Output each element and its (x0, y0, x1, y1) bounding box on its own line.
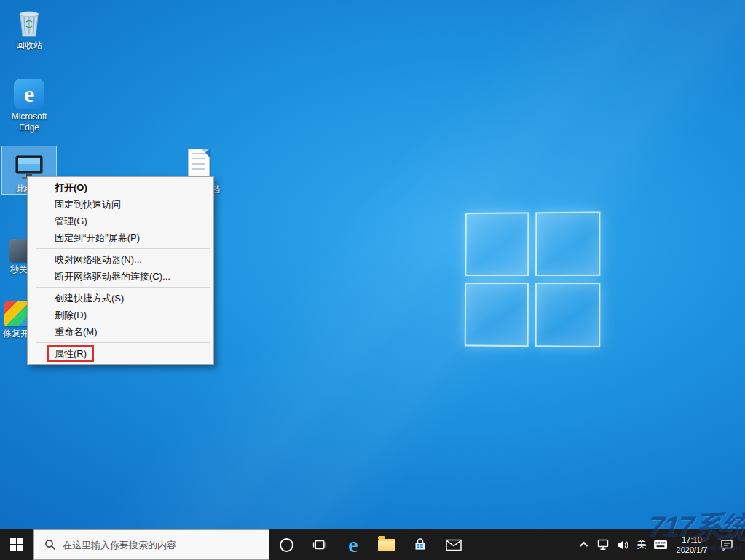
windows-logo-pane (465, 283, 529, 347)
clock-time: 17:10 (682, 535, 702, 545)
action-center-button[interactable] (714, 529, 739, 560)
microsoft-store-button[interactable] (403, 529, 437, 560)
speaker-icon (616, 540, 629, 551)
clock-date: 2020/1/7 (677, 545, 708, 555)
context-menu-item-label: 删除(D) (55, 309, 87, 320)
volume-tray-button[interactable] (614, 529, 631, 560)
context-menu-item-create-shortcut[interactable]: 创建快捷方式(S) (29, 290, 212, 307)
context-menu-item-open[interactable]: 打开(O) (29, 179, 212, 196)
context-menu-item-label: 固定到快速访问 (55, 199, 121, 210)
file-explorer-button[interactable] (370, 529, 403, 560)
windows-logo-pane (535, 283, 601, 347)
start-button[interactable] (0, 529, 33, 560)
context-menu-item-label: 创建快捷方式(S) (55, 293, 124, 304)
task-view-button[interactable] (303, 529, 336, 560)
context-menu-separator (36, 248, 210, 249)
icon-label: 回收站 (1, 40, 57, 51)
network-icon (597, 539, 610, 551)
desktop-icon-recycle-bin[interactable]: 回收站 (1, 6, 57, 51)
chevron-up-icon (580, 542, 588, 550)
recycle-bin-icon (1, 6, 57, 38)
touch-keyboard-button[interactable] (652, 529, 669, 560)
edge-icon: e (348, 534, 358, 556)
context-menu: 打开(O)固定到快速访问管理(G)固定到“开始”屏幕(P)映射网络驱动器(N).… (27, 176, 214, 365)
clock[interactable]: 17:10 2020/1/7 (671, 529, 713, 560)
context-menu-item-label: 重命名(M) (55, 326, 98, 337)
action-center-icon (720, 539, 733, 551)
context-menu-item-map-network-drive[interactable]: 映射网络驱动器(N)... (29, 251, 212, 268)
cortana-button[interactable] (269, 529, 303, 560)
context-menu-item-label: 映射网络驱动器(N)... (55, 254, 142, 265)
edge-taskbar-button[interactable]: e (336, 529, 370, 560)
context-menu-item-pin-to-start[interactable]: 固定到“开始”屏幕(P) (29, 229, 212, 246)
desktop-icon-microsoft-edge[interactable]: e Microsoft Edge (1, 77, 57, 133)
context-menu-separator (36, 287, 210, 288)
cortana-icon (280, 538, 293, 552)
windows-logo-pane (465, 212, 529, 276)
context-menu-item-label: 固定到“开始”屏幕(P) (55, 232, 140, 243)
taskbar: e (0, 529, 745, 560)
context-menu-items: 打开(O)固定到快速访问管理(G)固定到“开始”屏幕(P)映射网络驱动器(N).… (29, 179, 212, 362)
keyboard-icon (653, 540, 668, 550)
file-explorer-icon (378, 539, 395, 551)
windows-start-icon (10, 538, 23, 551)
context-menu-item-label: 属性(R) (47, 345, 94, 362)
ime-language-button[interactable]: 美 (633, 529, 650, 560)
desktop-icon-document[interactable] (175, 144, 223, 176)
tray-expand-button[interactable] (576, 529, 594, 560)
context-menu-item-manage[interactable]: 管理(G) (29, 213, 212, 229)
context-menu-item-pin-quick-access[interactable]: 固定到快速访问 (29, 196, 212, 213)
taskbar-search-box[interactable] (33, 529, 269, 560)
context-menu-item-label: 管理(G) (55, 216, 87, 226)
context-menu-item-label: 断开网络驱动器的连接(C)... (55, 271, 170, 282)
windows-logo-pane (535, 212, 600, 276)
context-menu-item-delete[interactable]: 删除(D) (29, 307, 212, 323)
context-menu-item-rename[interactable]: 重命名(M) (29, 323, 212, 340)
system-tray: 美 17:10 2020/1/7 (576, 529, 745, 560)
search-icon (44, 539, 56, 551)
document-icon (175, 144, 223, 176)
windows-desktop: { "wallpaper": { "accent": "#1d92df" }, … (0, 0, 745, 560)
edge-icon: e (1, 77, 57, 109)
ime-language-label: 美 (637, 538, 647, 551)
task-view-icon (312, 537, 327, 552)
context-menu-item-label: 打开(O) (55, 182, 87, 193)
context-menu-separator (36, 342, 210, 343)
wallpaper-windows-logo (465, 212, 601, 348)
context-menu-item-properties[interactable]: 属性(R) (29, 345, 212, 362)
mail-button[interactable] (437, 529, 470, 560)
mail-icon (446, 539, 462, 551)
network-tray-button[interactable] (595, 529, 612, 560)
search-input[interactable] (63, 540, 245, 551)
icon-label: Microsoft Edge (1, 111, 57, 133)
context-menu-item-disconnect-network-drive[interactable]: 断开网络驱动器的连接(C)... (29, 268, 212, 285)
store-icon (413, 537, 427, 552)
